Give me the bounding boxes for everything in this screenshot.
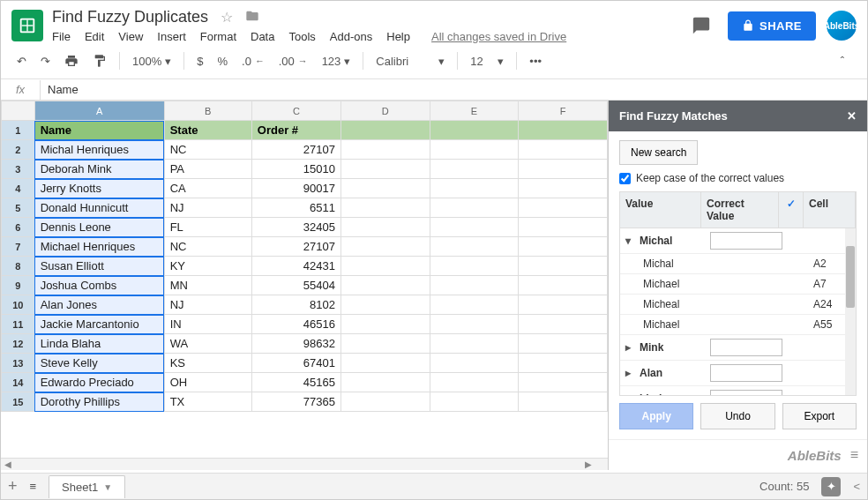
zoom-select[interactable]: 100% ▾	[127, 51, 176, 71]
cell[interactable]: Donald Hunnicutt	[34, 198, 164, 218]
chevron-down-icon[interactable]: ▾	[625, 235, 636, 247]
cell[interactable]: Jerry Knotts	[34, 179, 164, 198]
cell[interactable]: State	[164, 121, 251, 140]
table-row[interactable]: 12Linda BlahaWA98632	[2, 334, 608, 354]
format-percent[interactable]: %	[212, 51, 233, 71]
row-num[interactable]: 10	[2, 295, 35, 315]
export-button[interactable]: Export	[782, 403, 857, 429]
cell[interactable]: IN	[164, 315, 251, 334]
star-icon[interactable]: ☆	[221, 9, 233, 26]
close-icon[interactable]: ✕	[847, 109, 857, 123]
keep-case-input[interactable]	[619, 173, 631, 184]
cell[interactable]: TX	[164, 392, 251, 412]
menu-format[interactable]: Format	[200, 30, 236, 43]
col-header-D[interactable]: D	[341, 101, 430, 121]
table-row[interactable]: 10Alan JonesNJ8102	[2, 295, 608, 315]
table-row[interactable]: 11Jackie MarcantonioIN46516	[2, 315, 608, 334]
undo-icon[interactable]: ↶	[11, 51, 32, 71]
correct-value-input[interactable]	[710, 339, 782, 356]
cell[interactable]: 8102	[251, 295, 340, 315]
row-num[interactable]: 3	[2, 160, 35, 179]
cell[interactable]: OH	[164, 373, 251, 392]
row-num[interactable]: 8	[2, 257, 35, 276]
scroll-right-icon[interactable]: ▶	[581, 459, 595, 469]
cell[interactable]: Order #	[251, 121, 340, 140]
cell[interactable]: KY	[164, 257, 251, 276]
menu-file[interactable]: File	[52, 30, 71, 43]
cell[interactable]: Name	[34, 121, 164, 140]
table-row[interactable]: 14Edwardo PreciadoOH45165	[2, 373, 608, 392]
save-status[interactable]: All changes saved in Drive	[431, 30, 566, 43]
undo-button[interactable]: Undo	[700, 403, 774, 429]
sheet-tab[interactable]: Sheet1 ▼	[49, 475, 125, 498]
result-group[interactable]: ▸Alan	[620, 361, 856, 386]
cell[interactable]: Jackie Marcantonio	[34, 315, 164, 334]
document-title[interactable]: Find Fuzzy Duplicates	[52, 8, 208, 26]
col-header-C[interactable]: C	[251, 101, 340, 121]
font-select[interactable]: Calibri▾	[370, 51, 450, 71]
results-col-correct[interactable]: Correct Value	[701, 192, 779, 228]
menu-help[interactable]: Help	[386, 30, 410, 43]
all-sheets-icon[interactable]: ≡	[30, 480, 37, 493]
column-headers[interactable]: A B C D E F	[2, 101, 608, 121]
correct-value-input[interactable]	[710, 390, 782, 396]
result-item[interactable]: MichalA2	[620, 254, 856, 274]
cell[interactable]: Joshua Combs	[34, 276, 164, 295]
col-header-E[interactable]: E	[430, 101, 519, 121]
menu-insert[interactable]: Insert	[157, 30, 186, 43]
decrease-decimal-icon[interactable]: .0←	[236, 51, 270, 71]
format-currency[interactable]: $	[191, 51, 208, 71]
row-num[interactable]: 5	[2, 198, 35, 218]
cell[interactable]: 27107	[251, 237, 340, 257]
ablebits-logo[interactable]: AbleBits	[788, 448, 842, 463]
increase-decimal-icon[interactable]: .00→	[273, 51, 313, 71]
col-header-F[interactable]: F	[519, 101, 608, 121]
menu-tools[interactable]: Tools	[288, 30, 315, 43]
chevron-right-icon[interactable]: ▸	[625, 341, 636, 354]
cell[interactable]: WA	[164, 334, 251, 354]
cell[interactable]: 42431	[251, 257, 340, 276]
cell[interactable]: 90017	[251, 179, 340, 198]
result-item[interactable]: MichaelA55	[620, 315, 856, 335]
results-col-value[interactable]: Value	[620, 192, 701, 228]
horizontal-scrollbar[interactable]: ◀ ▶	[1, 458, 608, 470]
cell[interactable]: 77365	[251, 392, 340, 412]
cell[interactable]: KS	[164, 354, 251, 373]
print-icon[interactable]	[59, 50, 84, 71]
collapse-toolbar-icon[interactable]: ˆ	[835, 51, 849, 71]
redo-icon[interactable]: ↷	[35, 51, 56, 71]
table-row[interactable]: 13Steve KellyKS67401	[2, 354, 608, 373]
cell[interactable]: NJ	[164, 198, 251, 218]
cell[interactable]: 46516	[251, 315, 340, 334]
sheets-logo-icon[interactable]	[11, 10, 43, 41]
cell[interactable]: Michael Henriques	[34, 237, 164, 257]
number-format-select[interactable]: 123 ▾	[317, 51, 356, 71]
cell[interactable]: 15010	[251, 160, 340, 179]
row-num[interactable]: 2	[2, 140, 35, 160]
table-row[interactable]: 9Joshua CombsMN55404	[2, 276, 608, 295]
row-num[interactable]: 11	[2, 315, 35, 334]
row-num[interactable]: 1	[2, 121, 35, 140]
results-col-cell[interactable]: Cell	[804, 192, 856, 228]
cell[interactable]: 98632	[251, 334, 340, 354]
chevron-right-icon[interactable]: ▸	[625, 392, 636, 396]
keep-case-checkbox[interactable]: Keep case of the correct values	[619, 172, 857, 184]
cell[interactable]: 55404	[251, 276, 340, 295]
cell[interactable]: NJ	[164, 295, 251, 315]
vertical-scrollbar[interactable]	[845, 228, 856, 395]
row-num[interactable]: 15	[2, 392, 35, 412]
table-row[interactable]: 2Michal HenriquesNC27107	[2, 140, 608, 160]
cell[interactable]: 6511	[251, 198, 340, 218]
cell[interactable]: Michal Henriques	[34, 140, 164, 160]
correct-value-input[interactable]	[710, 232, 782, 250]
table-row[interactable]: 3Deborah MinkPA15010	[2, 160, 608, 179]
cell[interactable]: PA	[164, 160, 251, 179]
scroll-left-icon[interactable]: ◀	[1, 459, 15, 469]
row-num[interactable]: 12	[2, 334, 35, 354]
row-num[interactable]: 4	[2, 179, 35, 198]
grid[interactable]: A B C D E F 1 Name State Order # 2Michal…	[1, 101, 608, 412]
row-num[interactable]: 14	[2, 373, 35, 392]
selection-count[interactable]: Count: 55	[760, 480, 809, 493]
row-num[interactable]: 7	[2, 237, 35, 257]
cell[interactable]: 45165	[251, 373, 340, 392]
